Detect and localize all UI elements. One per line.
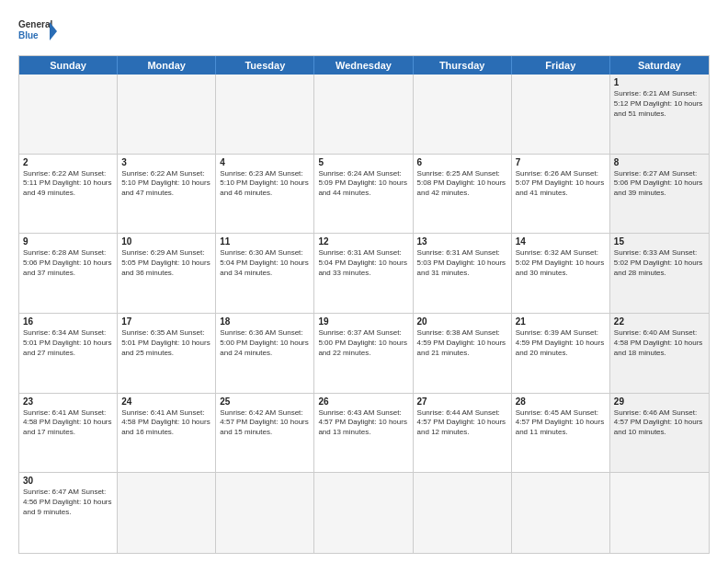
day-info: Sunrise: 6:31 AM Sunset: 5:04 PM Dayligh… <box>318 248 408 278</box>
day-info: Sunrise: 6:33 AM Sunset: 5:02 PM Dayligh… <box>614 248 705 278</box>
day-cell: 26Sunrise: 6:43 AM Sunset: 4:57 PM Dayli… <box>314 394 413 473</box>
day-cell: 18Sunrise: 6:36 AM Sunset: 5:00 PM Dayli… <box>216 314 314 393</box>
day-header-wednesday: Wednesday <box>314 56 413 75</box>
day-number: 3 <box>121 157 211 167</box>
day-cell: 28Sunrise: 6:45 AM Sunset: 4:57 PM Dayli… <box>512 394 610 473</box>
day-header-saturday: Saturday <box>610 56 709 75</box>
day-info: Sunrise: 6:34 AM Sunset: 5:01 PM Dayligh… <box>23 328 113 358</box>
day-info: Sunrise: 6:22 AM Sunset: 5:10 PM Dayligh… <box>121 169 211 199</box>
day-info: Sunrise: 6:28 AM Sunset: 5:06 PM Dayligh… <box>23 248 113 278</box>
day-cell: 4Sunrise: 6:23 AM Sunset: 5:10 PM Daylig… <box>216 155 314 234</box>
day-number: 1 <box>614 77 705 87</box>
day-info: Sunrise: 6:36 AM Sunset: 5:00 PM Dayligh… <box>220 328 310 358</box>
day-info: Sunrise: 6:45 AM Sunset: 4:57 PM Dayligh… <box>516 408 606 438</box>
day-info: Sunrise: 6:46 AM Sunset: 4:57 PM Dayligh… <box>614 408 705 438</box>
day-number: 22 <box>614 316 705 327</box>
day-number: 25 <box>220 396 310 407</box>
day-number: 9 <box>23 236 113 247</box>
day-info: Sunrise: 6:25 AM Sunset: 5:08 PM Dayligh… <box>417 169 507 199</box>
day-cell: 20Sunrise: 6:38 AM Sunset: 4:59 PM Dayli… <box>414 314 512 393</box>
day-number: 10 <box>121 236 211 247</box>
week-row-1: 2Sunrise: 6:22 AM Sunset: 5:11 PM Daylig… <box>19 155 709 235</box>
day-cell: 2Sunrise: 6:22 AM Sunset: 5:11 PM Daylig… <box>19 155 118 234</box>
day-cell: 15Sunrise: 6:33 AM Sunset: 5:02 PM Dayli… <box>610 234 709 313</box>
day-cell <box>512 75 610 154</box>
day-number: 8 <box>614 157 705 167</box>
day-info: Sunrise: 6:47 AM Sunset: 4:56 PM Dayligh… <box>23 488 113 517</box>
header: General Blue <box>18 15 710 48</box>
week-row-0: 1Sunrise: 6:21 AM Sunset: 5:12 PM Daylig… <box>19 75 709 155</box>
day-cell <box>314 75 413 154</box>
day-cell: 29Sunrise: 6:46 AM Sunset: 4:57 PM Dayli… <box>610 394 709 473</box>
day-cell <box>216 473 314 553</box>
day-cell: 21Sunrise: 6:39 AM Sunset: 4:59 PM Dayli… <box>512 314 610 393</box>
day-cell: 11Sunrise: 6:30 AM Sunset: 5:04 PM Dayli… <box>216 234 314 313</box>
day-info: Sunrise: 6:30 AM Sunset: 5:04 PM Dayligh… <box>220 248 310 278</box>
day-number: 29 <box>614 396 705 407</box>
day-number: 14 <box>516 236 606 247</box>
day-info: Sunrise: 6:27 AM Sunset: 5:06 PM Dayligh… <box>614 169 705 199</box>
day-number: 15 <box>614 236 705 247</box>
day-cell <box>118 75 216 154</box>
day-info: Sunrise: 6:32 AM Sunset: 5:02 PM Dayligh… <box>516 248 606 278</box>
day-number: 28 <box>516 396 606 407</box>
day-header-monday: Monday <box>118 56 216 75</box>
day-header-thursday: Thursday <box>414 56 512 75</box>
day-cell <box>314 473 413 553</box>
week-row-2: 9Sunrise: 6:28 AM Sunset: 5:06 PM Daylig… <box>19 234 709 314</box>
day-number: 20 <box>417 316 507 327</box>
day-number: 27 <box>417 396 507 407</box>
calendar: SundayMondayTuesdayWednesdayThursdayFrid… <box>18 55 710 554</box>
day-info: Sunrise: 6:31 AM Sunset: 5:03 PM Dayligh… <box>417 248 507 278</box>
week-row-3: 16Sunrise: 6:34 AM Sunset: 5:01 PM Dayli… <box>19 314 709 394</box>
day-cell: 25Sunrise: 6:42 AM Sunset: 4:57 PM Dayli… <box>216 394 314 473</box>
day-info: Sunrise: 6:22 AM Sunset: 5:11 PM Dayligh… <box>23 169 113 199</box>
day-cell: 23Sunrise: 6:41 AM Sunset: 4:58 PM Dayli… <box>19 394 118 473</box>
day-info: Sunrise: 6:35 AM Sunset: 5:01 PM Dayligh… <box>121 328 211 358</box>
day-number: 30 <box>23 476 113 486</box>
day-cell: 19Sunrise: 6:37 AM Sunset: 5:00 PM Dayli… <box>314 314 413 393</box>
week-row-4: 23Sunrise: 6:41 AM Sunset: 4:58 PM Dayli… <box>19 394 709 474</box>
day-cell: 13Sunrise: 6:31 AM Sunset: 5:03 PM Dayli… <box>414 234 512 313</box>
svg-text:Blue: Blue <box>18 30 39 40</box>
day-info: Sunrise: 6:21 AM Sunset: 5:12 PM Dayligh… <box>614 89 705 119</box>
day-number: 19 <box>318 316 408 327</box>
day-header-tuesday: Tuesday <box>216 56 314 75</box>
day-number: 24 <box>121 396 211 407</box>
day-cell: 30Sunrise: 6:47 AM Sunset: 4:56 PM Dayli… <box>19 473 118 553</box>
svg-marker-2 <box>50 22 57 40</box>
day-number: 21 <box>516 316 606 327</box>
day-info: Sunrise: 6:44 AM Sunset: 4:57 PM Dayligh… <box>417 408 507 438</box>
day-cell <box>19 75 118 154</box>
day-number: 18 <box>220 316 310 327</box>
day-info: Sunrise: 6:42 AM Sunset: 4:57 PM Dayligh… <box>220 408 310 438</box>
calendar-grid: 1Sunrise: 6:21 AM Sunset: 5:12 PM Daylig… <box>19 75 709 553</box>
day-info: Sunrise: 6:39 AM Sunset: 4:59 PM Dayligh… <box>516 328 606 358</box>
day-cell: 17Sunrise: 6:35 AM Sunset: 5:01 PM Dayli… <box>118 314 216 393</box>
day-cell: 9Sunrise: 6:28 AM Sunset: 5:06 PM Daylig… <box>19 234 118 313</box>
day-cell: 24Sunrise: 6:41 AM Sunset: 4:58 PM Dayli… <box>118 394 216 473</box>
day-info: Sunrise: 6:41 AM Sunset: 4:58 PM Dayligh… <box>121 408 211 438</box>
day-cell <box>610 473 709 553</box>
day-info: Sunrise: 6:37 AM Sunset: 5:00 PM Dayligh… <box>318 328 408 358</box>
day-number: 12 <box>318 236 408 247</box>
day-number: 17 <box>121 316 211 327</box>
day-headers: SundayMondayTuesdayWednesdayThursdayFrid… <box>19 56 709 75</box>
day-cell <box>512 473 610 553</box>
day-cell: 7Sunrise: 6:26 AM Sunset: 5:07 PM Daylig… <box>512 155 610 234</box>
svg-text:General: General <box>18 19 52 29</box>
logo: General Blue <box>18 15 57 48</box>
day-cell: 12Sunrise: 6:31 AM Sunset: 5:04 PM Dayli… <box>314 234 413 313</box>
day-info: Sunrise: 6:29 AM Sunset: 5:05 PM Dayligh… <box>121 248 211 278</box>
day-info: Sunrise: 6:26 AM Sunset: 5:07 PM Dayligh… <box>516 169 606 199</box>
day-cell <box>414 75 512 154</box>
day-number: 7 <box>516 157 606 167</box>
day-cell: 27Sunrise: 6:44 AM Sunset: 4:57 PM Dayli… <box>414 394 512 473</box>
day-header-sunday: Sunday <box>19 56 118 75</box>
day-header-friday: Friday <box>512 56 610 75</box>
day-number: 13 <box>417 236 507 247</box>
day-cell: 10Sunrise: 6:29 AM Sunset: 5:05 PM Dayli… <box>118 234 216 313</box>
day-cell: 5Sunrise: 6:24 AM Sunset: 5:09 PM Daylig… <box>314 155 413 234</box>
day-cell: 6Sunrise: 6:25 AM Sunset: 5:08 PM Daylig… <box>414 155 512 234</box>
day-info: Sunrise: 6:40 AM Sunset: 4:58 PM Dayligh… <box>614 328 705 358</box>
